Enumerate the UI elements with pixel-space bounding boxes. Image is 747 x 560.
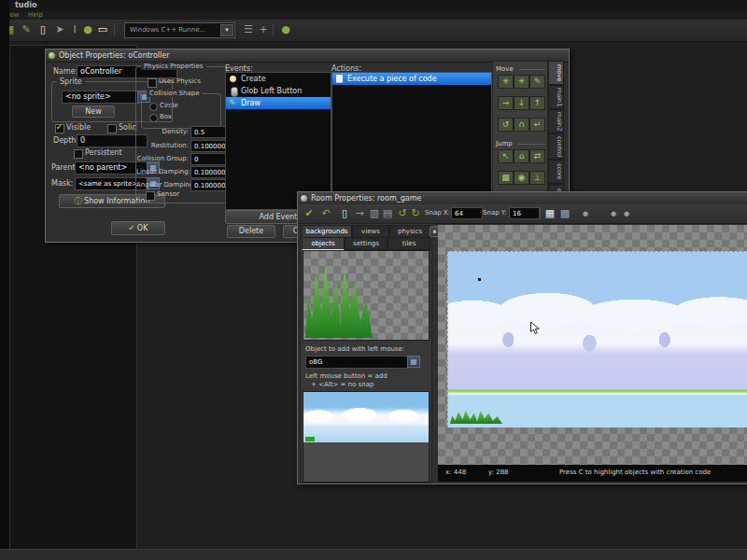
object-window-titlebar[interactable]: Object Properties: oController	[46, 49, 569, 63]
confirm-check-icon[interactable]: ✔	[302, 206, 317, 221]
action-icon[interactable]: ✳	[514, 75, 529, 89]
visible-checkbox[interactable]	[55, 124, 64, 133]
small-object-marker[interactable]	[478, 278, 481, 281]
collision-group-input[interactable]: 0	[190, 153, 228, 165]
status-y: y: 288	[488, 469, 509, 476]
tab-objects[interactable]: objects	[302, 237, 345, 250]
action-icon[interactable]: ↺	[498, 118, 514, 132]
sprite-select[interactable]: <no sprite>	[62, 91, 140, 104]
arrow-icon[interactable]: →	[352, 206, 367, 221]
persistent-checkbox[interactable]	[74, 149, 83, 159]
events-list[interactable]: Create Glob Left Button ✎ Draw	[225, 72, 331, 210]
page-icon[interactable]: ▯	[35, 22, 50, 37]
angular-damping-input[interactable]: 0.100000	[190, 179, 228, 191]
tab-views[interactable]: views	[352, 225, 389, 238]
pointer-icon[interactable]: ➤	[52, 22, 67, 37]
snap-x-label: Snap X:	[425, 209, 450, 217]
tab-tiles[interactable]: tiles	[388, 237, 430, 250]
dot3-icon[interactable]: ●	[619, 206, 634, 221]
app-title: tudio	[15, 1, 36, 9]
uses-physics-checkbox[interactable]	[148, 78, 157, 88]
frame-icon[interactable]: ▭	[95, 22, 110, 37]
toolbar-separator	[273, 23, 274, 36]
target-platform-value: Windows C++ Runne...	[130, 26, 205, 34]
menu-item-help[interactable]: Help	[28, 11, 43, 19]
room-canvas[interactable]	[438, 225, 747, 465]
circle-radio[interactable]	[149, 103, 158, 111]
action-icon[interactable]: ⇄	[529, 149, 545, 163]
collision-shape-label: Collision Shape	[147, 90, 202, 97]
room-window-titlebar[interactable]: Room Properties: room_game	[298, 192, 747, 205]
action-icon[interactable]: ↖	[498, 149, 514, 163]
list-icon[interactable]: ☰	[241, 22, 256, 37]
toolbox-tab-main2[interactable]: main2	[548, 109, 564, 133]
action-icon[interactable]: →	[498, 96, 514, 110]
object-to-add-input[interactable]: oBG	[305, 356, 410, 369]
dropdown-arrow-icon[interactable]: ▾	[220, 24, 233, 36]
ok-button[interactable]: ✔ OK	[111, 221, 165, 235]
globe-icon[interactable]: ●	[278, 22, 293, 37]
toolbox-tab-control[interactable]: control	[548, 133, 564, 160]
action-icon[interactable]: ⊥	[529, 171, 545, 185]
room-grass-object[interactable]	[450, 409, 502, 424]
linear-damping-input[interactable]: 0.100000	[190, 166, 228, 178]
visible-label: Visible	[66, 123, 91, 132]
app-menubar: dow Help	[0, 11, 747, 20]
action-icon[interactable]: ↑	[529, 96, 545, 110]
room-window-title: Room Properties: room_game	[311, 192, 421, 204]
toolbar-separator	[114, 23, 115, 36]
angular-damping-label: Angular Damping:	[136, 181, 189, 189]
event-item-create[interactable]: Create	[226, 73, 331, 85]
room-statusbar: x: 448 y: 288 Press C to highlight objec…	[438, 465, 747, 482]
sort-cw-icon[interactable]: ↻	[408, 206, 423, 221]
action-icon[interactable]: ✎	[529, 75, 545, 89]
undo-icon[interactable]: ↶	[318, 206, 333, 221]
target-platform-dropdown[interactable]: Windows C++ Runne... ▾	[124, 22, 235, 38]
tab-backgrounds[interactable]: backgrounds	[302, 225, 352, 238]
sensor-checkbox[interactable]	[146, 191, 155, 201]
box-radio[interactable]	[149, 114, 158, 122]
action-icon[interactable]: ⌂	[514, 149, 529, 163]
dot-icon[interactable]: ●	[578, 206, 593, 221]
tab-settings[interactable]: settings	[345, 237, 388, 250]
solid-checkbox[interactable]	[107, 124, 117, 133]
toolbox-tab-main1[interactable]: main1	[548, 85, 564, 109]
tab-physics[interactable]: physics	[389, 225, 430, 238]
room-properties-window: Room Properties: room_game ✔ ↶ ▯ → ▥ ▤ ↺…	[297, 191, 747, 484]
delete-event-button[interactable]: Delete	[227, 225, 275, 238]
toolbox-tab-move[interactable]: move	[548, 61, 564, 85]
brush-icon[interactable]: ✎	[19, 22, 34, 37]
action-icon[interactable]: ↓	[514, 96, 529, 110]
name-label: Name:	[53, 67, 78, 76]
persistent-label: Persistent	[85, 148, 122, 157]
grass-sprite-image	[305, 258, 373, 338]
code-page-icon	[336, 75, 343, 83]
action-item-execute-code[interactable]: Execute a piece of code	[332, 73, 491, 85]
action-icon[interactable]: ✳	[498, 75, 514, 89]
shift-right-icon[interactable]: ▤	[380, 206, 395, 221]
action-icon[interactable]: ▦	[498, 171, 514, 185]
room-background-image[interactable]	[447, 251, 747, 427]
density-label: Density:	[136, 128, 189, 135]
object-sprite-preview[interactable]	[303, 250, 430, 341]
action-icon[interactable]: ↵	[529, 118, 545, 132]
room-mini-preview[interactable]	[303, 391, 430, 483]
action-icon[interactable]: ◉	[514, 171, 529, 185]
action-icon[interactable]: ∩	[514, 118, 529, 132]
new-sprite-button[interactable]: New	[72, 105, 115, 118]
add-icon[interactable]: +	[256, 22, 271, 37]
grid-iso-icon[interactable]: ▩	[557, 206, 572, 221]
room-left-panel: backgrounds views physics objects settin…	[300, 223, 432, 483]
mini-grass	[305, 437, 315, 441]
restitution-input[interactable]: 0.100000	[190, 140, 228, 152]
event-item-draw[interactable]: ✎ Draw	[226, 97, 331, 109]
grid-toggle-icon[interactable]: ▦	[543, 206, 557, 221]
density-input[interactable]: 0.5	[190, 126, 228, 138]
page-icon[interactable]: ▯	[337, 206, 352, 221]
orb-icon[interactable]: ●	[80, 22, 95, 37]
event-item-glob-left-button[interactable]: Glob Left Button	[226, 85, 331, 97]
object-menu-icon[interactable]: ▦	[407, 356, 420, 368]
snap-y-input[interactable]: 16	[509, 207, 541, 219]
snap-x-input[interactable]: 64	[451, 207, 483, 219]
toolbox-tab-score[interactable]: score	[548, 160, 564, 184]
